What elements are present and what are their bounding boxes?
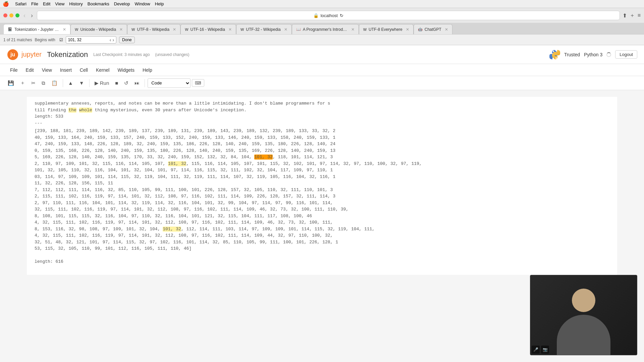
jupyter-logo-icon: ju — [7, 49, 19, 61]
move-down-button[interactable]: ▼ — [77, 79, 87, 87]
menu-widgets[interactable]: Widgets — [114, 66, 138, 74]
tab-close-icon[interactable]: ✕ — [351, 27, 355, 32]
tab-close-icon[interactable]: ✕ — [173, 27, 176, 32]
tab-label: ChatGPT — [425, 27, 441, 32]
tab-chatgpt[interactable]: 🤖 ChatGPT ✕ — [414, 24, 452, 34]
back-button[interactable]: ‹ — [22, 11, 27, 20]
maximize-window-button[interactable] — [15, 13, 19, 17]
sidebar-button[interactable]: ≡ — [638, 12, 641, 18]
tab-favicon: W — [363, 27, 367, 32]
mac-menubar: 🍎 Safari File Edit View History Bookmark… — [0, 0, 644, 8]
browser-chrome: ‹ › 🔒 localhost ↻ ⬆ ＋ ≡ 📓 Tokenization -… — [0, 8, 644, 35]
kernel-spinner — [606, 52, 611, 57]
find-next-button[interactable]: › — [112, 37, 114, 43]
browser-toolbar: ‹ › 🔒 localhost ↻ ⬆ ＋ ≡ — [0, 8, 644, 23]
run-button[interactable]: ▶ Run — [92, 79, 112, 87]
tab-favicon: 🤖 — [418, 27, 423, 32]
find-prev-button[interactable]: ‹ — [110, 37, 111, 43]
tab-close-icon[interactable]: ✕ — [119, 27, 123, 32]
menu-view[interactable]: View — [55, 1, 64, 6]
tab-label: Unicode - Wikipedia — [80, 27, 116, 32]
menu-insert[interactable]: Insert — [57, 66, 75, 74]
menu-safari[interactable]: Safari — [15, 1, 26, 6]
new-tab-button[interactable]: ＋ — [630, 12, 635, 19]
trusted-button[interactable]: Trusted — [564, 52, 580, 57]
menu-cell[interactable]: Cell — [76, 66, 91, 74]
python-logo-icon — [549, 49, 560, 60]
tab-utf16[interactable]: W UTF-16 - Wikipedia ✕ — [180, 24, 236, 34]
tab-close-icon[interactable]: ✕ — [228, 27, 232, 32]
jupyter-header-right: Trusted Python 3 Logout — [549, 49, 637, 60]
tab-jupyter[interactable]: 📓 Tokenization - Jupyter Notebook ✕ — [3, 24, 70, 34]
svg-point-3 — [555, 57, 557, 59]
tab-label: A Programmer's Introduction to... — [303, 27, 348, 32]
video-mic-button[interactable]: 🎤 — [532, 346, 540, 354]
reload-icon[interactable]: ↻ — [340, 13, 343, 18]
find-begins-with-label: Begins with — [35, 38, 55, 42]
checkpoint-text: Last Checkpoint: 3 minutes ago — [93, 52, 150, 57]
find-bar: 1 of 21 matches Begins with ☑ ‹ › Done — [0, 35, 644, 45]
menu-edit[interactable]: Edit — [22, 66, 37, 74]
find-input-wrap[interactable]: ‹ › — [66, 36, 116, 44]
menu-bookmarks[interactable]: Bookmarks — [88, 1, 109, 6]
interrupt-button[interactable]: ■ — [113, 79, 120, 87]
find-input[interactable] — [68, 38, 108, 42]
tab-unicode[interactable]: W Unicode - Wikipedia ✕ — [70, 24, 127, 34]
menu-help[interactable]: Help — [155, 1, 164, 6]
menu-view[interactable]: View — [39, 66, 55, 74]
menu-develop[interactable]: Develop — [114, 1, 130, 6]
find-checkbox[interactable]: ☑ — [59, 38, 63, 42]
find-match-count: 1 of 21 matches — [3, 38, 32, 42]
lock-icon: 🔒 — [313, 13, 319, 18]
person-body — [557, 315, 610, 355]
close-window-button[interactable] — [3, 13, 7, 17]
move-up-button[interactable]: ▲ — [66, 79, 75, 87]
python-badge: Python 3 — [584, 52, 602, 57]
toolbar-separator-2 — [89, 79, 90, 87]
share-button[interactable]: ⬆ — [623, 12, 627, 19]
cell-type-select[interactable]: Code Markdown Raw NBConvert — [148, 78, 191, 88]
tab-utf8everywhere[interactable]: W UTF-8 Everywhere ✕ — [359, 24, 414, 34]
tab-close-icon[interactable]: ✕ — [406, 27, 409, 32]
browser-tabs: 📓 Tokenization - Jupyter Notebook ✕ W Un… — [0, 23, 644, 34]
menu-kernel[interactable]: Kernel — [93, 66, 113, 74]
jupyter-menubar: File Edit View Insert Cell Kernel Widget… — [0, 64, 644, 76]
find-done-button[interactable]: Done — [119, 37, 135, 43]
menu-history[interactable]: History — [69, 1, 83, 6]
tab-utf32[interactable]: W UTF-32 - Wikipedia ✕ — [236, 24, 292, 34]
jupyter-header: ju jupyter Tokenization Last Checkpoint:… — [0, 45, 644, 64]
restart-button[interactable]: ↺ — [122, 79, 131, 87]
minimize-window-button[interactable] — [9, 13, 13, 17]
video-cam-button[interactable]: 📷 — [541, 346, 549, 354]
tab-programmers[interactable]: 📖 A Programmer's Introduction to... ✕ — [292, 24, 359, 34]
cut-cell-button[interactable]: ✂ — [29, 79, 38, 87]
tab-favicon: 📖 — [296, 27, 301, 32]
tab-favicon: W — [185, 27, 188, 32]
tab-close-icon[interactable]: ✕ — [284, 27, 287, 32]
restart-run-button[interactable]: ⏭ — [132, 79, 142, 87]
person-head — [572, 289, 595, 312]
menu-edit[interactable]: Edit — [43, 1, 50, 6]
logout-button[interactable]: Logout — [615, 50, 637, 59]
save-button[interactable]: 💾 — [5, 79, 16, 87]
separator-text: --- — [35, 121, 42, 126]
output-cell-1: supplementary annexes, reports, and note… — [27, 97, 617, 275]
keyboard-shortcut-button[interactable]: ⌨ — [192, 79, 204, 87]
forward-button[interactable]: › — [30, 11, 34, 20]
tab-close-icon[interactable]: ✕ — [445, 27, 448, 32]
add-cell-button[interactable]: ＋ — [18, 78, 28, 87]
menu-file[interactable]: File — [31, 1, 38, 6]
svg-text:ju: ju — [10, 52, 15, 57]
tab-utf8[interactable]: W UTF-8 - Wikipedia ✕ — [127, 24, 180, 34]
toolbar-separator — [63, 79, 63, 87]
menu-help[interactable]: Help — [139, 66, 156, 74]
tab-close-icon[interactable]: ✕ — [63, 27, 66, 32]
tab-label: UTF-32 - Wikipedia — [246, 27, 280, 32]
copy-cell-button[interactable]: ⧉ — [39, 79, 48, 87]
paste-cell-button[interactable]: 📋 — [49, 79, 60, 87]
apple-menu[interactable]: 🍎 — [3, 1, 9, 7]
menu-file[interactable]: File — [7, 66, 21, 74]
browser-actions: ⬆ ＋ ≡ — [623, 12, 641, 19]
menu-window[interactable]: Window — [135, 1, 150, 6]
address-bar[interactable]: 🔒 localhost ↻ — [37, 11, 620, 20]
